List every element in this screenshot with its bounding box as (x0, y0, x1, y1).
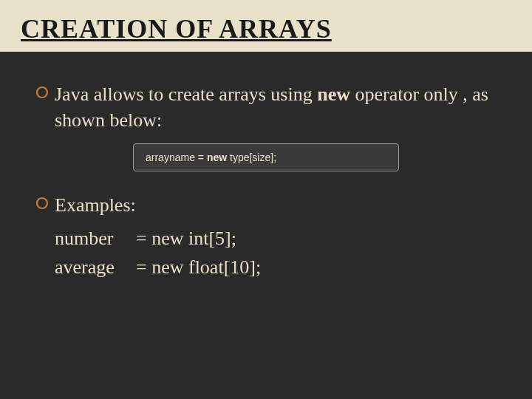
slide-title: CREATION OF ARRAYS (21, 13, 511, 44)
example-row: number = new int[5]; (55, 224, 497, 253)
syntax-rhs: type[size]; (227, 151, 276, 163)
slide-content: Java allows to create arrays using new o… (0, 52, 532, 282)
examples-block: Examples: number = new int[5]; average =… (35, 192, 497, 282)
example-name-1: number (55, 224, 136, 253)
svg-point-0 (37, 87, 47, 98)
syntax-keyword: new (207, 151, 227, 163)
bullet-icon (35, 86, 49, 99)
examples-label: Examples: (55, 192, 136, 218)
svg-point-1 (37, 198, 47, 208)
syntax-lhs: arrayname = (146, 151, 207, 163)
example-expr-2: = new float[10]; (136, 253, 261, 282)
bullet1-prefix: Java allows to create arrays using (55, 83, 317, 105)
example-lines: number = new int[5]; average = new float… (55, 224, 497, 282)
example-row: average = new float[10]; (55, 253, 497, 282)
bullet-item-2: Examples: (35, 192, 497, 218)
slide: CREATION OF ARRAYS Java allows to create… (0, 0, 532, 399)
example-expr-1: = new int[5]; (136, 224, 236, 253)
bullet-text-1: Java allows to create arrays using new o… (55, 81, 497, 133)
bullet-icon (35, 197, 49, 210)
bullet1-bold: new (317, 83, 350, 105)
title-band: CREATION OF ARRAYS (0, 0, 532, 52)
example-name-2: average (55, 253, 136, 282)
syntax-box: arrayname = new type[size]; (133, 143, 399, 171)
bullet-item-1: Java allows to create arrays using new o… (35, 81, 497, 133)
